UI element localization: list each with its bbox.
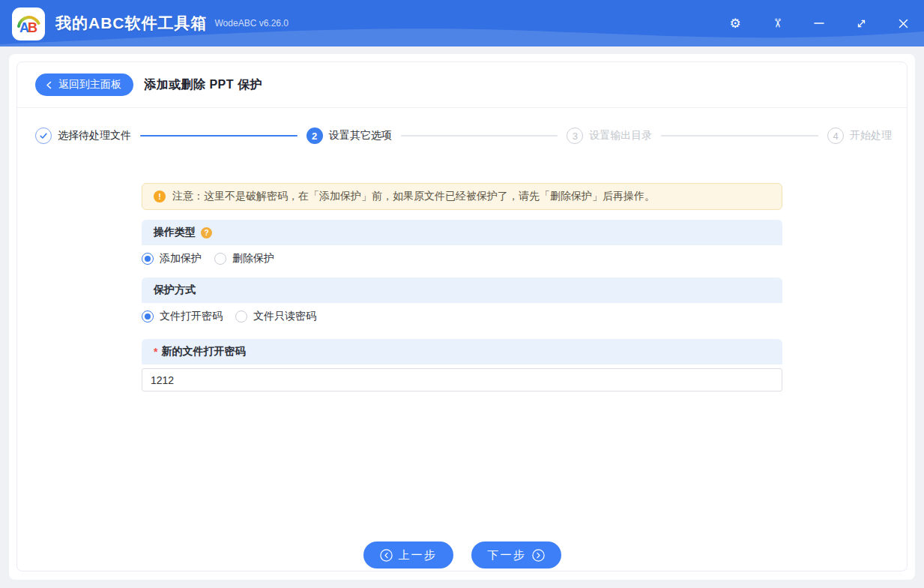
radio-open-password[interactable]: 文件打开密码: [142, 310, 223, 323]
circle-arrow-right-icon: [532, 549, 545, 562]
radio-add-protection[interactable]: 添加保护: [142, 252, 202, 266]
step-4-number: 4: [827, 128, 844, 144]
previous-step-button[interactable]: 上一步: [363, 542, 453, 568]
required-asterisk: *: [154, 346, 157, 358]
resize-icon[interactable]: [854, 16, 868, 30]
close-icon[interactable]: [896, 16, 910, 30]
step-3-number: 3: [567, 128, 583, 144]
circle-arrow-left-icon: [380, 549, 393, 562]
window-controls: ⚙ ✂: [728, 16, 910, 30]
section-new-password: * 新的文件打开密码: [142, 339, 782, 364]
step-1-label: 选择待处理文件: [58, 129, 131, 142]
previous-step-label: 上一步: [399, 548, 437, 562]
card-header: 返回到主面板 添加或删除 PPT 保护: [17, 62, 907, 108]
titlebar: AB 我的ABC软件工具箱 WodeABC v6.26.0 ⚙ ✂: [0, 0, 924, 46]
new-password-label: 新的文件打开密码: [161, 345, 245, 358]
section-protection-mode: 保护方式: [142, 278, 782, 303]
app-logo: AB: [12, 8, 45, 40]
wizard-footer: 上一步 下一步: [17, 542, 907, 568]
step-4-start-processing: 4 开始处理: [827, 128, 892, 144]
next-step-label: 下一步: [488, 548, 526, 562]
wizard-card: 返回到主面板 添加或删除 PPT 保护 选择待处理文件 2 设置其它选项 3 设…: [16, 62, 908, 572]
radio-selected-icon: [142, 310, 154, 322]
step-indicator: 选择待处理文件 2 设置其它选项 3 设置输出目录 4 开始处理: [17, 108, 907, 144]
form-content: ! 注意：这里不是破解密码，在「添加保护」前，如果原文件已经被保护了，请先「删除…: [142, 183, 782, 392]
minimize-icon[interactable]: [812, 16, 826, 30]
step-2-set-options: 2 设置其它选项: [307, 128, 392, 144]
chevron-left-icon: [45, 81, 53, 89]
app-title: 我的ABC软件工具箱: [55, 13, 208, 34]
step-2-label: 设置其它选项: [329, 129, 392, 142]
back-button-label: 返回到主面板: [58, 78, 121, 92]
radio-remove-protection[interactable]: 删除保护: [214, 252, 274, 266]
settings-gear-icon[interactable]: ⚙: [728, 16, 742, 30]
password-input[interactable]: [142, 368, 782, 392]
app-version: WodeABC v6.26.0: [215, 18, 289, 28]
next-step-button[interactable]: 下一步: [471, 542, 561, 568]
notice-text: 注意：这里不是破解密码，在「添加保护」前，如果原文件已经被保护了，请先「删除保护…: [172, 190, 655, 203]
step-1-check-icon: [35, 128, 52, 144]
radio-readonly-password[interactable]: 文件只读密码: [235, 310, 316, 323]
logo-letters: AB: [19, 20, 37, 35]
protection-mode-label: 保护方式: [154, 284, 196, 297]
section-operation-type: 操作类型 ?: [142, 220, 782, 245]
step-3-output-directory: 3 设置输出目录: [567, 128, 652, 144]
step-1-select-files: 选择待处理文件: [35, 128, 131, 144]
main-panel: 返回到主面板 添加或删除 PPT 保护 选择待处理文件 2 设置其它选项 3 设…: [9, 54, 915, 580]
warning-icon: !: [154, 190, 166, 202]
step-connector-done: [140, 135, 298, 136]
operation-type-options: 添加保护 删除保护: [142, 250, 782, 268]
step-connector: [401, 135, 558, 136]
step-4-label: 开始处理: [850, 129, 892, 142]
radio-unselected-icon: [235, 310, 247, 322]
operation-type-label: 操作类型: [154, 226, 196, 239]
radio-selected-icon: [142, 253, 154, 265]
scissors-icon[interactable]: ✂: [770, 16, 784, 30]
back-to-dashboard-button[interactable]: 返回到主面板: [35, 74, 133, 96]
help-question-icon[interactable]: ?: [201, 227, 212, 238]
notice-banner: ! 注意：这里不是破解密码，在「添加保护」前，如果原文件已经被保护了，请先「删除…: [142, 183, 782, 210]
step-2-number: 2: [307, 128, 323, 144]
step-3-label: 设置输出目录: [589, 129, 652, 142]
step-connector: [661, 135, 818, 136]
page-title: 添加或删除 PPT 保护: [144, 77, 262, 93]
radio-unselected-icon: [214, 253, 226, 265]
protection-mode-options: 文件打开密码 文件只读密码: [142, 308, 782, 326]
